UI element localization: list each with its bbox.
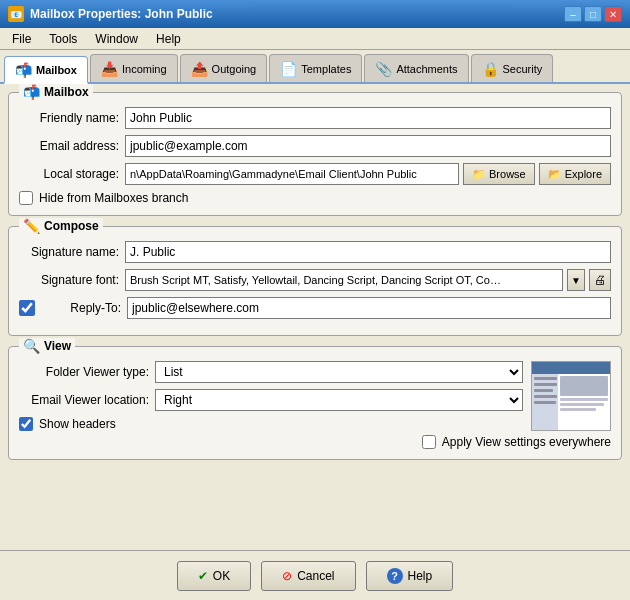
incoming-tab-icon: 📥 [101,61,118,77]
window-title: Mailbox Properties: John Public [30,7,213,21]
folder-viewer-type-row: Folder Viewer type: List Tree Column [19,361,523,383]
main-content: 📬 Mailbox Friendly name: Email address: … [0,84,630,550]
mailbox-group-icon: 📬 [23,84,40,100]
apply-view-checkbox[interactable] [422,435,436,449]
explore-button[interactable]: 📂 Explore [539,163,611,185]
font-picker-icon: 🖨 [594,273,606,287]
signature-font-picker-button[interactable]: 🖨 [589,269,611,291]
mailbox-group: 📬 Mailbox Friendly name: Email address: … [8,92,622,216]
email-viewer-location-label: Email Viewer location: [19,393,149,407]
view-thumbnail [531,361,611,431]
cancel-icon: ⊘ [282,569,292,583]
help-button[interactable]: ? Help [366,561,454,591]
folder-viewer-type-label: Folder Viewer type: [19,365,149,379]
email-address-input[interactable] [125,135,611,157]
friendly-name-row: Friendly name: [19,107,611,129]
minimize-button[interactable]: – [564,6,582,22]
apply-view-row: Apply View settings everywhere [19,435,611,449]
local-storage-row: Local storage: 📁 Browse 📂 Explore [19,163,611,185]
signature-name-input[interactable] [125,241,611,263]
tab-outgoing[interactable]: 📤 Outgoing [180,54,268,82]
compose-group-icon: ✏️ [23,218,40,234]
signature-font-input[interactable] [125,269,563,291]
mailbox-tab-icon: 📬 [15,62,32,78]
title-bar: 📧 Mailbox Properties: John Public – □ ✕ [0,0,630,28]
close-button[interactable]: ✕ [604,6,622,22]
tab-attachments[interactable]: 📎 Attachments [364,54,468,82]
tab-security[interactable]: 🔒 Security [471,54,554,82]
signature-name-label: Signature name: [19,245,119,259]
browse-icon: 📁 [472,168,486,181]
local-storage-label: Local storage: [19,167,119,181]
browse-button[interactable]: 📁 Browse [463,163,535,185]
ok-button[interactable]: ✔ OK [177,561,251,591]
show-headers-label: Show headers [39,417,116,431]
app-icon: 📧 [8,6,24,22]
view-group: 🔍 View Folder Viewer type: List Tree Col… [8,346,622,460]
tab-incoming[interactable]: 📥 Incoming [90,54,178,82]
reply-to-label: Reply-To: [41,301,121,315]
folder-viewer-type-select[interactable]: List Tree Column [155,361,523,383]
tab-bar: 📬 Mailbox 📥 Incoming 📤 Outgoing 📄 Templa… [0,50,630,84]
local-storage-input[interactable] [125,163,459,185]
attachments-tab-icon: 📎 [375,61,392,77]
menu-bar: File Tools Window Help [0,28,630,50]
reply-to-row: Reply-To: [19,297,611,319]
signature-font-label: Signature font: [19,273,119,287]
apply-view-label: Apply View settings everywhere [442,435,611,449]
bottom-bar: ✔ OK ⊘ Cancel ? Help [0,550,630,600]
signature-font-row: Signature font: ▼ 🖨 [19,269,611,291]
menu-help[interactable]: Help [148,30,189,48]
outgoing-tab-icon: 📤 [191,61,208,77]
signature-name-row: Signature name: [19,241,611,263]
menu-file[interactable]: File [4,30,39,48]
security-tab-icon: 🔒 [482,61,499,77]
show-headers-row: Show headers [19,417,523,431]
reply-to-checkbox[interactable] [19,300,35,316]
view-group-icon: 🔍 [23,338,40,354]
menu-tools[interactable]: Tools [41,30,85,48]
show-headers-checkbox[interactable] [19,417,33,431]
email-viewer-location-row: Email Viewer location: Right Bottom Hidd… [19,389,523,411]
menu-window[interactable]: Window [87,30,146,48]
email-address-row: Email address: [19,135,611,157]
hide-mailboxes-checkbox[interactable] [19,191,33,205]
hide-mailboxes-label: Hide from Mailboxes branch [39,191,188,205]
signature-font-dropdown-button[interactable]: ▼ [567,269,585,291]
compose-group: ✏️ Compose Signature name: Signature fon… [8,226,622,336]
tab-templates[interactable]: 📄 Templates [269,54,362,82]
hide-mailboxes-row: Hide from Mailboxes branch [19,191,611,205]
email-viewer-location-select[interactable]: Right Bottom Hidden [155,389,523,411]
reply-to-input[interactable] [127,297,611,319]
friendly-name-label: Friendly name: [19,111,119,125]
explore-icon: 📂 [548,168,562,181]
templates-tab-icon: 📄 [280,61,297,77]
tab-mailbox[interactable]: 📬 Mailbox [4,56,88,84]
email-address-label: Email address: [19,139,119,153]
ok-icon: ✔ [198,569,208,583]
maximize-button[interactable]: □ [584,6,602,22]
friendly-name-input[interactable] [125,107,611,129]
cancel-button[interactable]: ⊘ Cancel [261,561,355,591]
help-icon: ? [387,568,403,584]
